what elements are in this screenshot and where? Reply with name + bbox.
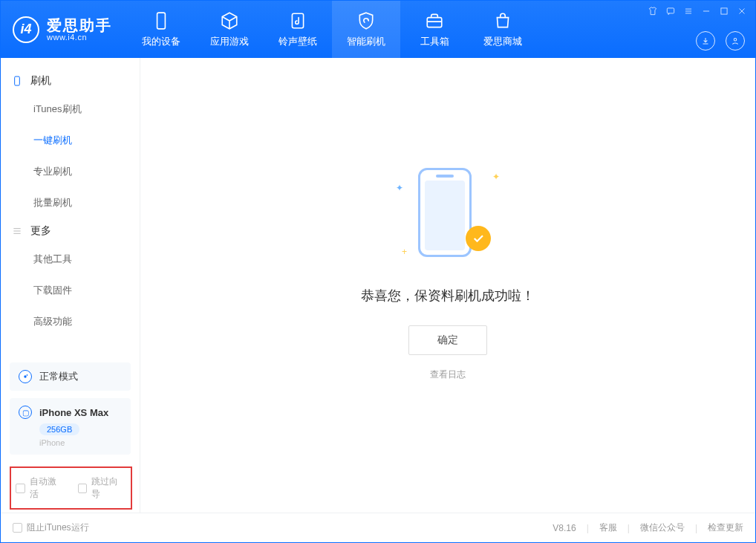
sidebar-item-oneclick-flash[interactable]: 一键刷机 xyxy=(33,125,140,156)
maximize-icon[interactable] xyxy=(715,4,733,19)
sidebar-group-flash[interactable]: 刷机 xyxy=(1,68,140,94)
cube-icon xyxy=(220,11,239,30)
status-bar: 阻止iTunes运行 V8.16 | 客服 | 微信公众号 | 检查更新 xyxy=(1,513,755,542)
logo-icon: i4 xyxy=(13,16,39,43)
svg-rect-6 xyxy=(15,77,20,85)
success-illustration: ✦ ✦ + xyxy=(396,160,500,264)
device-type: iPhone xyxy=(39,438,122,447)
feedback-icon[interactable] xyxy=(662,4,680,19)
nav-flash[interactable]: 智能刷机 xyxy=(332,1,400,58)
app-logo: i4 爱思助手 www.i4.cn xyxy=(1,1,127,58)
app-subtitle: www.i4.cn xyxy=(47,33,112,42)
nav-label: 应用游戏 xyxy=(210,35,249,48)
close-icon[interactable] xyxy=(733,4,751,19)
version-label: V8.16 xyxy=(553,523,576,533)
sidebar-item-other-tools[interactable]: 其他工具 xyxy=(33,244,140,275)
ok-button[interactable]: 确定 xyxy=(408,325,487,355)
mode-normal-icon xyxy=(19,370,32,383)
svg-rect-3 xyxy=(667,8,674,13)
top-nav: 我的设备 应用游戏 铃声壁纸 智能刷机 工具箱 爱思商城 xyxy=(127,1,537,58)
phone-graphic xyxy=(418,168,472,257)
sparkle-icon: ✦ xyxy=(492,172,500,182)
svg-rect-1 xyxy=(292,13,303,28)
checkbox-icon xyxy=(13,523,22,533)
nav-label: 我的设备 xyxy=(142,35,180,48)
phone-outline-icon xyxy=(11,75,23,87)
app-title: 爱思助手 xyxy=(47,18,112,33)
success-title: 恭喜您，保资料刷机成功啦！ xyxy=(361,287,535,305)
download-icon[interactable] xyxy=(696,31,715,51)
user-icon[interactable] xyxy=(726,31,745,51)
sidebar-item-pro-flash[interactable]: 专业刷机 xyxy=(33,156,140,187)
window-controls xyxy=(644,4,751,19)
device-mode-label: 正常模式 xyxy=(39,370,78,383)
nav-label: 爱思商城 xyxy=(483,35,522,48)
device-storage-badge: 256GB xyxy=(39,423,79,435)
svg-rect-4 xyxy=(721,8,727,14)
list-icon xyxy=(11,225,23,237)
checkbox-skip-guide[interactable]: 跳过向导 xyxy=(78,475,127,501)
nav-toolbox[interactable]: 工具箱 xyxy=(400,1,469,58)
svg-rect-2 xyxy=(427,17,442,27)
skin-icon[interactable] xyxy=(644,4,662,19)
nav-label: 工具箱 xyxy=(420,35,449,48)
support-link[interactable]: 客服 xyxy=(599,521,617,534)
svg-point-8 xyxy=(27,374,28,376)
menu-icon[interactable] xyxy=(680,4,697,19)
app-body: 刷机 iTunes刷机 一键刷机 专业刷机 批量刷机 更多 其他工具 下载固件 … xyxy=(1,58,755,513)
check-update-link[interactable]: 检查更新 xyxy=(708,521,743,534)
toolbox-icon xyxy=(425,11,444,30)
app-header: i4 爱思助手 www.i4.cn 我的设备 应用游戏 铃声壁纸 智能刷机 工具… xyxy=(1,1,755,58)
sidebar-group-title: 刷机 xyxy=(30,74,51,88)
checkbox-block-itunes[interactable]: 阻止iTunes运行 xyxy=(13,521,89,534)
nav-ringtone[interactable]: 铃声壁纸 xyxy=(264,1,332,58)
header-right-actions xyxy=(696,31,745,51)
device-phone-icon: ▢ xyxy=(19,406,32,419)
music-file-icon xyxy=(288,11,307,30)
highlighted-options: 自动激活 跳过向导 xyxy=(10,466,132,510)
sidebar-item-batch-flash[interactable]: 批量刷机 xyxy=(33,187,140,218)
sidebar-group-title: 更多 xyxy=(30,224,51,238)
nav-store[interactable]: 爱思商城 xyxy=(469,1,537,58)
sidebar-group-more[interactable]: 更多 xyxy=(1,218,140,244)
check-badge-icon xyxy=(466,226,491,251)
svg-rect-0 xyxy=(157,13,166,29)
wechat-link[interactable]: 微信公众号 xyxy=(640,521,685,534)
main-content: ✦ ✦ + 恭喜您，保资料刷机成功啦！ 确定 查看日志 xyxy=(140,58,755,513)
sidebar-item-itunes-flash[interactable]: iTunes刷机 xyxy=(33,94,140,125)
sidebar-item-advanced[interactable]: 高级功能 xyxy=(33,306,140,337)
device-card[interactable]: ▢ iPhone XS Max 256GB iPhone xyxy=(10,398,131,455)
view-log-link[interactable]: 查看日志 xyxy=(430,368,466,381)
sidebar-item-download-firmware[interactable]: 下载固件 xyxy=(33,275,140,306)
nav-my-device[interactable]: 我的设备 xyxy=(127,1,195,58)
bag-icon xyxy=(493,11,512,30)
checkbox-label: 阻止iTunes运行 xyxy=(27,521,89,534)
checkbox-label: 跳过向导 xyxy=(91,475,126,501)
checkbox-icon xyxy=(78,484,88,493)
nav-apps[interactable]: 应用游戏 xyxy=(195,1,264,58)
checkbox-auto-activate[interactable]: 自动激活 xyxy=(16,475,65,501)
device-icon xyxy=(151,11,171,30)
device-mode-box[interactable]: 正常模式 xyxy=(10,362,131,391)
minimize-icon[interactable] xyxy=(697,4,715,19)
checkbox-label: 自动激活 xyxy=(30,475,65,501)
nav-label: 铃声壁纸 xyxy=(278,35,317,48)
sidebar: 刷机 iTunes刷机 一键刷机 专业刷机 批量刷机 更多 其他工具 下载固件 … xyxy=(1,58,140,513)
sparkle-icon: ✦ xyxy=(396,183,403,193)
checkbox-icon xyxy=(16,484,25,493)
device-name: iPhone XS Max xyxy=(39,407,108,418)
shield-refresh-icon xyxy=(356,11,376,30)
nav-label: 智能刷机 xyxy=(347,35,385,48)
svg-point-5 xyxy=(734,39,737,42)
sparkle-icon: + xyxy=(402,247,407,257)
svg-point-7 xyxy=(24,375,26,377)
